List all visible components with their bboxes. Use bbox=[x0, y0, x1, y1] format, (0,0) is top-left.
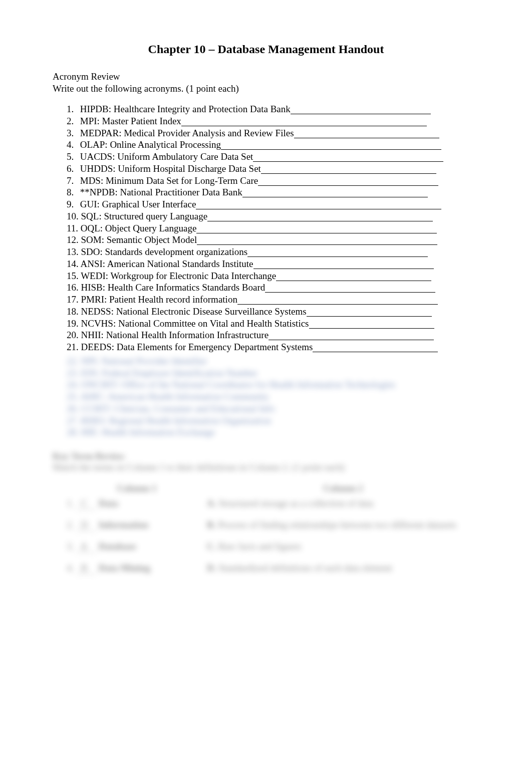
acronym-item: 21. DEEDS: Data Elements for Emergency D… bbox=[67, 341, 479, 353]
blurred-heading: Key Term Review bbox=[53, 451, 479, 462]
item-number: 10. bbox=[67, 210, 79, 222]
item-number: 11. bbox=[67, 222, 78, 234]
blank-line bbox=[276, 281, 431, 281]
match-row: 4. B Data MiningD. Standardized definiti… bbox=[53, 563, 479, 574]
acronym-list: 1. HIPDB: Healthcare Integrity and Prote… bbox=[53, 103, 479, 353]
item-text: SDO: Standards development organizations bbox=[79, 246, 247, 257]
acronym-item: 7. MDS: Minimum Data Set for Long-Term C… bbox=[67, 175, 479, 187]
acronym-item: 12. SOM: Semantic Object Model bbox=[67, 234, 479, 246]
item-text: HISB: Health Care Informatics Standards … bbox=[79, 282, 265, 293]
section-heading: Acronym Review bbox=[53, 71, 479, 82]
item-text: NEDSS: National Electronic Disease Surve… bbox=[79, 306, 307, 317]
acronym-item: 19. NCVHS: National Committee on Vital a… bbox=[67, 318, 479, 330]
match-col-1: 1. C Data bbox=[67, 498, 207, 509]
item-number: 20. bbox=[67, 329, 79, 341]
acronym-item: 4. OLAP: Online Analytical Processing bbox=[67, 139, 479, 151]
item-text: ANSI: American National Standards Instit… bbox=[79, 258, 253, 269]
blank-line bbox=[221, 149, 441, 150]
item-text: HIPDB: Healthcare Integrity and Protecti… bbox=[78, 104, 291, 114]
blank-line bbox=[242, 197, 428, 197]
item-number: 14. bbox=[67, 258, 79, 270]
blurred-acronym-item: 22. NPI: National Provider Identifier bbox=[53, 355, 479, 367]
item-text: **NPDB: National Practitioner Data Bank bbox=[78, 187, 242, 197]
blank-line bbox=[253, 161, 443, 162]
match-col-2: A. Structured storage as a collection of… bbox=[207, 498, 479, 509]
blank-line bbox=[197, 244, 437, 245]
blank-line bbox=[291, 114, 431, 114]
item-number: 12. bbox=[67, 234, 79, 246]
acronym-item: 18. NEDSS: National Electronic Disease S… bbox=[67, 306, 479, 318]
match-col-2: B. Process of finding relationships betw… bbox=[207, 519, 479, 531]
item-text: SQL: Structured query Language bbox=[79, 211, 207, 221]
blank-line bbox=[196, 233, 437, 233]
column-2-header: Column 2 bbox=[207, 483, 479, 494]
item-number: 2. bbox=[67, 115, 78, 127]
blank-line bbox=[269, 340, 434, 340]
item-text: SOM: Semantic Object Model bbox=[79, 234, 197, 245]
blank-line bbox=[181, 126, 427, 126]
item-text: MDS: Minimum Data Set for Long-Term Care bbox=[78, 175, 258, 186]
blank-line bbox=[313, 352, 438, 352]
item-number: 17. bbox=[67, 294, 79, 306]
blank-line bbox=[237, 304, 438, 305]
blank-line bbox=[265, 292, 435, 293]
item-number: 5. bbox=[67, 151, 78, 163]
blurred-section: 22. NPI: National Provider Identifier23.… bbox=[53, 355, 479, 574]
match-header: Column 1 Column 2 bbox=[53, 483, 479, 494]
item-text: DEEDS: Data Elements for Emergency Depar… bbox=[79, 342, 313, 352]
blurred-instructions: Match the terms in Column 1 to their def… bbox=[53, 462, 479, 473]
item-number: 18. bbox=[67, 306, 79, 318]
item-text: UACDS: Uniform Ambulatory Care Data Set bbox=[78, 151, 253, 162]
acronym-item: 13. SDO: Standards development organizat… bbox=[67, 246, 479, 258]
acronym-item: 16. HISB: Health Care Informatics Standa… bbox=[67, 282, 479, 294]
blurred-acronym-item: 26. CCHIT: Clinician, Consumer and Educa… bbox=[53, 403, 479, 415]
item-number: 7. bbox=[67, 175, 78, 187]
blank-line bbox=[309, 328, 434, 329]
item-text: NCVHS: National Committee on Vital and H… bbox=[79, 318, 309, 329]
blank-line bbox=[307, 316, 432, 317]
acronym-item: 15. WEDI: Workgroup for Electronic Data … bbox=[67, 270, 479, 282]
blurred-acronym-item: 28. HIE: Health Information Exchange bbox=[53, 426, 479, 438]
item-text: OQL: Object Query Language bbox=[78, 223, 196, 233]
match-col-2: D. Standardized definitions of each data… bbox=[207, 563, 479, 574]
item-text: GUI: Graphical User Interface bbox=[78, 199, 196, 209]
acronym-item: 3. MEDPAR: Medical Provider Analysis and… bbox=[67, 127, 479, 139]
blurred-acronym-item: 24. ONCHIT: Office of the National Coord… bbox=[53, 379, 479, 391]
acronym-item: 6. UHDDS: Uniform Hospital Discharge Dat… bbox=[67, 163, 479, 175]
blank-line bbox=[261, 173, 436, 174]
item-text: MPI: Master Patient Index bbox=[78, 116, 181, 126]
blank-line bbox=[258, 185, 438, 186]
blurred-acronym-item: 27. RHIO: Regional Health Information Or… bbox=[53, 415, 479, 427]
item-number: 19. bbox=[67, 318, 79, 330]
match-col-1: 3. A Database bbox=[67, 541, 207, 553]
item-text: PMRI: Patient Health record information bbox=[79, 294, 237, 305]
acronym-item: 14. ANSI: American National Standards In… bbox=[67, 258, 479, 270]
acronym-item: 8. **NPDB: National Practitioner Data Ba… bbox=[67, 186, 479, 198]
item-text: UHDDS: Uniform Hospital Discharge Data S… bbox=[78, 163, 261, 174]
acronym-item: 17. PMRI: Patient Health record informat… bbox=[67, 294, 479, 306]
acronym-item: 1. HIPDB: Healthcare Integrity and Prote… bbox=[67, 103, 479, 115]
item-number: 13. bbox=[67, 246, 79, 258]
item-number: 15. bbox=[67, 270, 79, 282]
acronym-item: 9. GUI: Graphical User Interface bbox=[67, 198, 479, 210]
acronym-item: 11. OQL: Object Query Language bbox=[67, 222, 479, 234]
blank-line bbox=[207, 221, 433, 221]
blank-line bbox=[294, 138, 439, 138]
blurred-acronym-item: 23. EIN: Federal Employer Identification… bbox=[53, 367, 479, 379]
blank-line bbox=[247, 256, 428, 257]
blank-line bbox=[196, 209, 441, 209]
item-number: 21. bbox=[67, 341, 79, 353]
item-text: NHII: National Health Information Infras… bbox=[79, 330, 269, 340]
item-number: 6. bbox=[67, 163, 78, 175]
match-col-1: 2. D Information bbox=[67, 519, 207, 531]
item-number: 4. bbox=[67, 139, 78, 151]
acronym-item: 2. MPI: Master Patient Index bbox=[67, 115, 479, 127]
acronym-item: 5. UACDS: Uniform Ambulatory Care Data S… bbox=[67, 151, 479, 163]
instructions: Write out the following acronyms. (1 poi… bbox=[53, 83, 479, 94]
item-number: 9. bbox=[67, 198, 78, 210]
page-title: Chapter 10 – Database Management Handout bbox=[53, 43, 479, 56]
acronym-item: 20. NHII: National Health Information In… bbox=[67, 329, 479, 341]
item-text: WEDI: Workgroup for Electronic Data Inte… bbox=[79, 271, 277, 281]
match-row: 3. A DatabaseC. Raw facts and figures bbox=[53, 541, 479, 553]
column-1-header: Column 1 bbox=[67, 483, 207, 494]
